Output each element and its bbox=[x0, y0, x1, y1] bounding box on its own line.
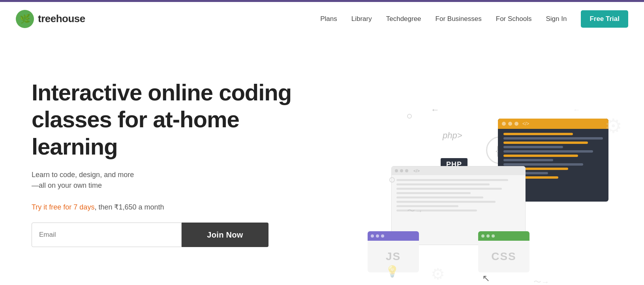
join-now-button[interactable]: Join Now bbox=[182, 223, 268, 247]
free-trial-button[interactable]: Free Trial bbox=[581, 10, 628, 28]
gear-icon-bottom: ⚙ bbox=[431, 265, 445, 283]
lang-dot bbox=[371, 234, 374, 238]
browser-card-main: </> bbox=[391, 166, 526, 245]
code-line bbox=[503, 159, 553, 161]
browser-line bbox=[396, 196, 483, 198]
code-line bbox=[503, 172, 548, 174]
browser-dot bbox=[405, 169, 408, 172]
js-card: JS bbox=[368, 231, 419, 272]
lang-dot bbox=[376, 234, 379, 238]
nav-library[interactable]: Library bbox=[351, 15, 372, 23]
deco-squiggle-1: 〜→ bbox=[407, 206, 423, 216]
code-lines bbox=[498, 129, 608, 183]
dot3 bbox=[514, 122, 518, 126]
lang-dot bbox=[486, 234, 490, 238]
browser-lines bbox=[392, 175, 525, 215]
browser-line bbox=[396, 210, 477, 211]
css-card: CSS bbox=[478, 231, 529, 272]
nav-for-schools[interactable]: For Schools bbox=[496, 15, 532, 23]
browser-line bbox=[396, 205, 458, 207]
browser-line bbox=[396, 183, 490, 185]
lightbulb-icon: 💡 bbox=[385, 265, 399, 278]
deco-circle-2 bbox=[407, 114, 412, 119]
hero-illustration: ← php> {} </> bbox=[328, 36, 644, 285]
nav-plans[interactable]: Plans bbox=[320, 15, 337, 23]
js-label: JS bbox=[368, 241, 419, 272]
code-line bbox=[503, 168, 568, 170]
dot2 bbox=[508, 122, 512, 126]
main-nav: Plans Library Techdegree For Businesses … bbox=[320, 10, 628, 28]
code-line bbox=[503, 155, 578, 157]
browser-line bbox=[396, 188, 502, 190]
treehouse-logo-icon: 🌿 bbox=[16, 10, 34, 28]
css-label: CSS bbox=[478, 241, 529, 272]
deco-arrow-left: ← bbox=[431, 105, 439, 115]
hero-title: Interactive online coding classes for at… bbox=[32, 79, 308, 160]
svg-text:🌿: 🌿 bbox=[20, 13, 31, 24]
code-line bbox=[503, 146, 563, 148]
code-line bbox=[503, 176, 558, 179]
code-tag: </> bbox=[522, 121, 529, 126]
hero-subtitle: Learn to code, design, and more —all on … bbox=[32, 170, 308, 191]
browser-header: </> bbox=[392, 166, 525, 175]
code-line bbox=[503, 150, 593, 153]
code-editor-card: </> bbox=[498, 119, 608, 202]
browser-line bbox=[396, 179, 508, 181]
browser-dot bbox=[400, 169, 403, 172]
hero-section: Interactive online coding classes for at… bbox=[0, 36, 644, 285]
browser-line bbox=[396, 192, 471, 194]
logo-text: treehouse bbox=[38, 13, 85, 25]
code-line bbox=[503, 137, 603, 140]
hero-subtitle-line2: —all on your own time bbox=[32, 181, 102, 189]
trial-suffix: , then ₹1,650 a month bbox=[94, 203, 164, 211]
gear-icon-right: ⚙ bbox=[605, 115, 622, 138]
cursor-icon: ↖ bbox=[482, 273, 490, 284]
lang-dot bbox=[381, 234, 384, 238]
php-badge: PHP bbox=[441, 158, 468, 171]
code-line bbox=[503, 163, 583, 166]
lang-dot bbox=[481, 234, 484, 238]
browser-line bbox=[396, 201, 496, 203]
nav-techdegree[interactable]: Techdegree bbox=[386, 15, 421, 23]
dot1 bbox=[502, 122, 506, 126]
deco-squiggle-2: 〜→ bbox=[533, 277, 549, 285]
js-card-header bbox=[368, 231, 419, 241]
lang-dot bbox=[492, 234, 495, 238]
nav-for-businesses[interactable]: For Businesses bbox=[436, 15, 482, 23]
code-line bbox=[503, 133, 573, 135]
hero-content: Interactive online coding classes for at… bbox=[32, 59, 308, 247]
css-card-header bbox=[478, 231, 529, 241]
browser-tag: </> bbox=[413, 168, 420, 173]
code-line bbox=[503, 142, 588, 144]
email-input[interactable] bbox=[32, 223, 182, 247]
hero-trial-text: Try it free for 7 days, then ₹1,650 a mo… bbox=[32, 203, 308, 211]
logo-link[interactable]: 🌿 treehouse bbox=[16, 10, 85, 28]
hero-form: Join Now bbox=[32, 223, 308, 247]
trial-link[interactable]: Try it free for 7 days bbox=[32, 203, 94, 211]
nav-sign-in[interactable]: Sign In bbox=[546, 15, 567, 23]
deco-arrow-top-right: ← bbox=[573, 106, 580, 114]
deco-circle-1 bbox=[389, 177, 395, 183]
hero-subtitle-line1: Learn to code, design, and more bbox=[32, 171, 134, 179]
curly-braces-icon: {} bbox=[486, 136, 514, 164]
browser-dot bbox=[395, 169, 398, 172]
header: 🌿 treehouse Plans Library Techdegree For… bbox=[0, 2, 644, 36]
php-float-text: php> bbox=[443, 130, 462, 141]
